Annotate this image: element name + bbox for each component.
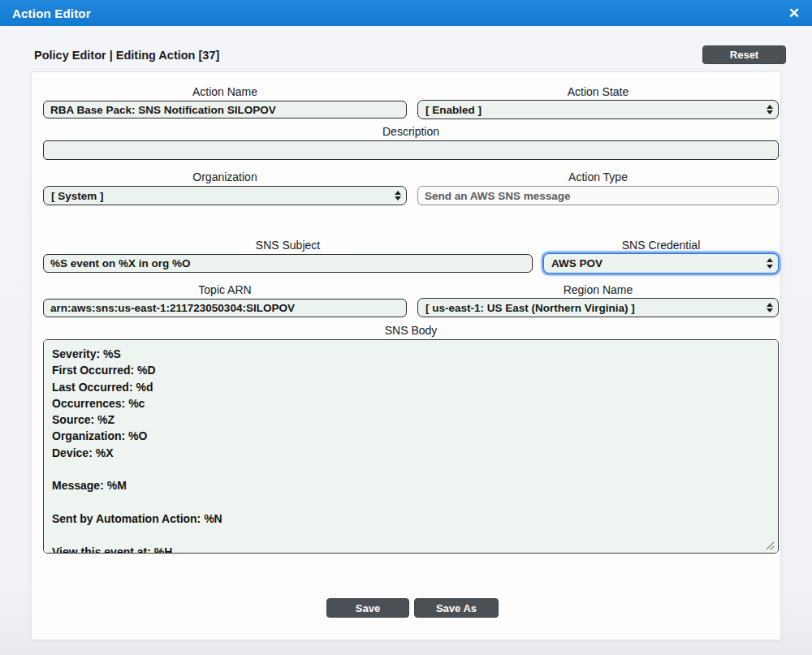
select-stepper-icon <box>767 258 773 269</box>
textarea-resize-handle-icon[interactable] <box>763 540 775 551</box>
action-name-input[interactable] <box>43 101 407 119</box>
action-state-select[interactable]: [ Enabled ] <box>417 100 779 119</box>
sns-body-textarea[interactable]: Severity: %S First Occurred: %D Last Occ… <box>43 339 779 554</box>
select-stepper-icon <box>395 191 401 201</box>
sns-body-label: SNS Body <box>43 324 779 337</box>
topic-arn-label: Topic ARN <box>43 283 407 296</box>
window-titlebar: Action Editor ✕ <box>0 0 812 26</box>
organization-label: Organization <box>43 170 407 183</box>
organization-value: [ System ] <box>51 190 104 202</box>
description-label: Description <box>43 125 779 138</box>
region-name-select[interactable]: [ us-east-1: US East (Northern Virginia)… <box>417 298 779 317</box>
region-name-label: Region Name <box>417 283 779 296</box>
action-type-input <box>417 186 779 205</box>
select-stepper-icon <box>767 105 773 115</box>
action-state-value: [ Enabled ] <box>425 104 482 116</box>
organization-select[interactable]: [ System ] <box>43 186 407 205</box>
region-name-value: [ us-east-1: US East (Northern Virginia)… <box>425 302 635 314</box>
action-editor-window: { "window": { "title": "Action Editor", … <box>0 0 812 655</box>
reset-button[interactable]: Reset <box>702 45 786 64</box>
action-editor-form-panel: Action Name Action State [ Enabled ] Des… <box>31 71 781 640</box>
save-button[interactable]: Save <box>326 598 409 618</box>
save-as-button[interactable]: Save As <box>414 598 499 618</box>
page-title: Policy Editor | Editing Action [37] <box>34 49 219 62</box>
sns-credential-label: SNS Credential <box>543 239 779 252</box>
sns-subject-label: SNS Subject <box>43 239 533 252</box>
close-icon[interactable]: ✕ <box>788 6 800 20</box>
description-input[interactable] <box>43 140 779 160</box>
sns-credential-value: AWS POV <box>551 257 603 269</box>
window-title: Action Editor <box>12 6 91 20</box>
select-stepper-icon <box>767 303 773 313</box>
topic-arn-input[interactable] <box>43 299 407 317</box>
sns-credential-select[interactable]: AWS POV <box>543 253 779 274</box>
sns-subject-input[interactable] <box>43 254 533 273</box>
action-name-label: Action Name <box>43 85 407 98</box>
action-type-label: Action Type <box>417 170 779 183</box>
action-state-label: Action State <box>417 85 779 98</box>
